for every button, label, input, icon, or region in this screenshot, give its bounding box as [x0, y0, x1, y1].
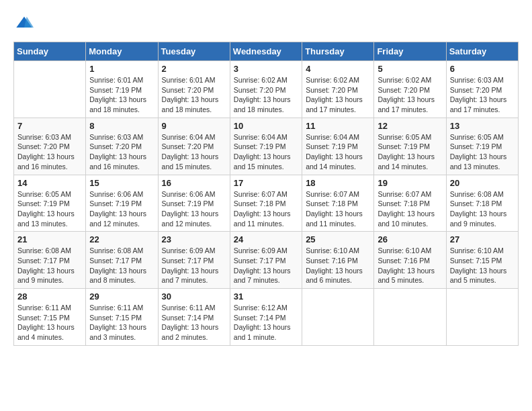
calendar-table: SundayMondayTuesdayWednesdayThursdayFrid… [13, 42, 519, 346]
calendar-cell: 3Sunrise: 6:02 AM Sunset: 7:20 PM Daylig… [230, 61, 302, 118]
calendar-cell: 20Sunrise: 6:08 AM Sunset: 7:18 PM Dayli… [446, 175, 518, 232]
day-number: 18 [306, 178, 370, 188]
calendar-cell [302, 289, 374, 346]
cell-info: Sunrise: 6:03 AM Sunset: 7:20 PM Dayligh… [89, 132, 154, 172]
calendar-cell [14, 61, 86, 118]
week-row-2: 7Sunrise: 6:03 AM Sunset: 7:20 PM Daylig… [14, 118, 519, 175]
header-monday: Monday [86, 42, 158, 61]
cell-info: Sunrise: 6:10 AM Sunset: 7:16 PM Dayligh… [306, 246, 370, 285]
cell-info: Sunrise: 6:05 AM Sunset: 7:19 PM Dayligh… [450, 132, 515, 172]
week-row-1: 1Sunrise: 6:01 AM Sunset: 7:19 PM Daylig… [14, 61, 519, 118]
cell-info: Sunrise: 6:09 AM Sunset: 7:17 PM Dayligh… [162, 246, 226, 285]
day-number: 6 [450, 64, 515, 74]
calendar-cell: 19Sunrise: 6:07 AM Sunset: 7:18 PM Dayli… [374, 175, 446, 232]
day-number: 22 [89, 234, 154, 244]
calendar-cell: 12Sunrise: 6:05 AM Sunset: 7:19 PM Dayli… [374, 118, 446, 175]
calendar-cell: 17Sunrise: 6:07 AM Sunset: 7:18 PM Dayli… [230, 175, 302, 232]
cell-info: Sunrise: 6:01 AM Sunset: 7:20 PM Dayligh… [162, 75, 226, 115]
day-number: 31 [234, 291, 298, 302]
calendar-cell: 25Sunrise: 6:10 AM Sunset: 7:16 PM Dayli… [302, 232, 374, 289]
calendar-cell: 23Sunrise: 6:09 AM Sunset: 7:17 PM Dayli… [158, 232, 230, 289]
header-sunday: Sunday [14, 42, 86, 61]
cell-info: Sunrise: 6:09 AM Sunset: 7:17 PM Dayligh… [234, 246, 298, 285]
day-number: 3 [234, 64, 298, 74]
cell-info: Sunrise: 6:04 AM Sunset: 7:20 PM Dayligh… [162, 132, 226, 172]
day-number: 2 [162, 64, 226, 74]
cell-info: Sunrise: 6:08 AM Sunset: 7:17 PM Dayligh… [89, 246, 154, 285]
day-number: 23 [162, 234, 226, 244]
cell-info: Sunrise: 6:04 AM Sunset: 7:19 PM Dayligh… [234, 132, 298, 172]
cell-info: Sunrise: 6:07 AM Sunset: 7:18 PM Dayligh… [306, 189, 370, 229]
calendar-cell: 7Sunrise: 6:03 AM Sunset: 7:20 PM Daylig… [14, 118, 86, 175]
day-number: 20 [450, 178, 515, 188]
calendar-cell: 6Sunrise: 6:03 AM Sunset: 7:20 PM Daylig… [446, 61, 518, 118]
cell-info: Sunrise: 6:06 AM Sunset: 7:19 PM Dayligh… [89, 189, 154, 229]
cell-info: Sunrise: 6:12 AM Sunset: 7:14 PM Dayligh… [234, 303, 298, 342]
day-number: 29 [89, 291, 154, 302]
cell-info: Sunrise: 6:08 AM Sunset: 7:17 PM Dayligh… [17, 246, 82, 285]
day-number: 1 [89, 64, 154, 74]
cell-info: Sunrise: 6:01 AM Sunset: 7:19 PM Dayligh… [89, 75, 154, 115]
day-number: 14 [17, 178, 82, 188]
cell-info: Sunrise: 6:07 AM Sunset: 7:18 PM Dayligh… [234, 189, 298, 229]
header-saturday: Saturday [446, 42, 518, 61]
calendar-cell [446, 289, 518, 346]
cell-info: Sunrise: 6:02 AM Sunset: 7:20 PM Dayligh… [378, 75, 442, 115]
cell-info: Sunrise: 6:10 AM Sunset: 7:15 PM Dayligh… [450, 246, 515, 285]
day-number: 21 [17, 234, 82, 244]
day-number: 7 [17, 121, 82, 131]
cell-info: Sunrise: 6:11 AM Sunset: 7:14 PM Dayligh… [162, 303, 226, 342]
cell-info: Sunrise: 6:11 AM Sunset: 7:15 PM Dayligh… [89, 303, 154, 342]
calendar-cell: 26Sunrise: 6:10 AM Sunset: 7:16 PM Dayli… [374, 232, 446, 289]
day-number: 19 [378, 178, 442, 188]
logo [13, 13, 34, 35]
week-row-5: 28Sunrise: 6:11 AM Sunset: 7:15 PM Dayli… [14, 289, 519, 346]
calendar-cell: 2Sunrise: 6:01 AM Sunset: 7:20 PM Daylig… [158, 61, 230, 118]
calendar-cell: 8Sunrise: 6:03 AM Sunset: 7:20 PM Daylig… [86, 118, 158, 175]
cell-info: Sunrise: 6:07 AM Sunset: 7:18 PM Dayligh… [378, 189, 442, 229]
day-number: 30 [162, 291, 226, 302]
day-number: 27 [450, 234, 515, 244]
calendar-cell: 13Sunrise: 6:05 AM Sunset: 7:19 PM Dayli… [446, 118, 518, 175]
page-header [13, 13, 519, 35]
calendar-cell: 18Sunrise: 6:07 AM Sunset: 7:18 PM Dayli… [302, 175, 374, 232]
day-number: 8 [89, 121, 154, 131]
cell-info: Sunrise: 6:06 AM Sunset: 7:19 PM Dayligh… [162, 189, 226, 229]
calendar-cell: 14Sunrise: 6:05 AM Sunset: 7:19 PM Dayli… [14, 175, 86, 232]
calendar-cell: 24Sunrise: 6:09 AM Sunset: 7:17 PM Dayli… [230, 232, 302, 289]
cell-info: Sunrise: 6:08 AM Sunset: 7:18 PM Dayligh… [450, 189, 515, 229]
day-number: 15 [89, 178, 154, 188]
cell-info: Sunrise: 6:03 AM Sunset: 7:20 PM Dayligh… [450, 75, 515, 115]
calendar-cell: 5Sunrise: 6:02 AM Sunset: 7:20 PM Daylig… [374, 61, 446, 118]
calendar-cell [374, 289, 446, 346]
cell-info: Sunrise: 6:10 AM Sunset: 7:16 PM Dayligh… [378, 246, 442, 285]
calendar-cell: 4Sunrise: 6:02 AM Sunset: 7:20 PM Daylig… [302, 61, 374, 118]
calendar-cell: 16Sunrise: 6:06 AM Sunset: 7:19 PM Dayli… [158, 175, 230, 232]
calendar-cell: 30Sunrise: 6:11 AM Sunset: 7:14 PM Dayli… [158, 289, 230, 346]
calendar-cell: 15Sunrise: 6:06 AM Sunset: 7:19 PM Dayli… [86, 175, 158, 232]
cell-info: Sunrise: 6:05 AM Sunset: 7:19 PM Dayligh… [378, 132, 442, 172]
calendar-cell: 31Sunrise: 6:12 AM Sunset: 7:14 PM Dayli… [230, 289, 302, 346]
day-number: 5 [378, 64, 442, 74]
cell-info: Sunrise: 6:05 AM Sunset: 7:19 PM Dayligh… [17, 189, 82, 229]
day-number: 9 [162, 121, 226, 131]
day-number: 17 [234, 178, 298, 188]
calendar-cell: 28Sunrise: 6:11 AM Sunset: 7:15 PM Dayli… [14, 289, 86, 346]
calendar-cell: 1Sunrise: 6:01 AM Sunset: 7:19 PM Daylig… [86, 61, 158, 118]
day-number: 16 [162, 178, 226, 188]
header-thursday: Thursday [302, 42, 374, 61]
calendar-cell: 29Sunrise: 6:11 AM Sunset: 7:15 PM Dayli… [86, 289, 158, 346]
cell-info: Sunrise: 6:11 AM Sunset: 7:15 PM Dayligh… [17, 303, 82, 342]
cell-info: Sunrise: 6:02 AM Sunset: 7:20 PM Dayligh… [234, 75, 298, 115]
header-friday: Friday [374, 42, 446, 61]
calendar-cell: 22Sunrise: 6:08 AM Sunset: 7:17 PM Dayli… [86, 232, 158, 289]
cell-info: Sunrise: 6:02 AM Sunset: 7:20 PM Dayligh… [306, 75, 370, 115]
day-number: 24 [234, 234, 298, 244]
calendar-cell: 9Sunrise: 6:04 AM Sunset: 7:20 PM Daylig… [158, 118, 230, 175]
calendar-cell: 11Sunrise: 6:04 AM Sunset: 7:19 PM Dayli… [302, 118, 374, 175]
day-number: 12 [378, 121, 442, 131]
day-number: 11 [306, 121, 370, 131]
calendar-cell: 21Sunrise: 6:08 AM Sunset: 7:17 PM Dayli… [14, 232, 86, 289]
logo-icon [15, 13, 34, 32]
day-number: 13 [450, 121, 515, 131]
